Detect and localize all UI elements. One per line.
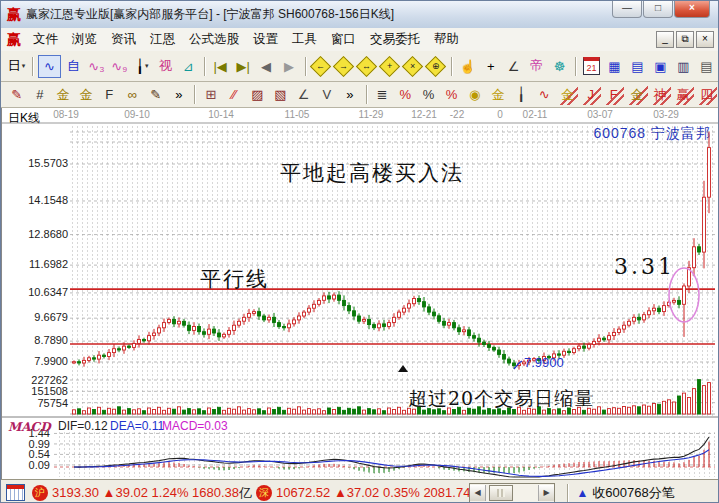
compress-diamond-icon[interactable]: × (402, 56, 423, 77)
price-axis-label: 8.7890 (4, 334, 68, 346)
zoom-window-tool-icon[interactable]: ∿ (38, 55, 61, 78)
toolbar-separator (366, 85, 367, 104)
close-button[interactable]: × (674, 1, 710, 18)
zoom-in-diamond-icon[interactable]: + (379, 56, 400, 77)
jump-last-button-icon[interactable]: ▶| (233, 56, 254, 77)
percent-tool-icon[interactable]: % (418, 84, 439, 105)
tick-data-label[interactable]: 收600768分笔 (592, 484, 674, 502)
more-tools-2-icon[interactable]: » (339, 84, 360, 105)
gann-fan-tool-icon[interactable]: ∕∕ (224, 84, 245, 105)
calendar-status-icon[interactable] (6, 484, 25, 501)
spiral-tool-icon[interactable]: ∞ (122, 84, 143, 105)
annotation-low-price: 7.9900 (524, 355, 564, 370)
golden-section-v-tool-icon[interactable]: 金 (76, 84, 97, 105)
diamond-shape: ⊕ (425, 55, 446, 76)
macd-macd-value: MACD=0.03 (162, 419, 228, 433)
candle-style-selector-icon[interactable]: ╽▾ (132, 56, 153, 77)
square-of-nine-tool-icon[interactable]: ☸ (549, 56, 570, 77)
shenzhen-market-icon[interactable]: 深 (256, 485, 272, 501)
angle-measure-tool-icon[interactable]: ∠ (503, 56, 524, 77)
diamond-shape: + (379, 55, 400, 76)
price-axis-label: 12.8680 (4, 228, 68, 240)
annotation-date-mark: 3.31 (614, 254, 675, 279)
mdi-minimize-button[interactable]: _ (656, 31, 674, 48)
angle-j-tool-icon[interactable]: J (580, 84, 601, 105)
zigzag-tool-icon[interactable]: V (316, 84, 337, 105)
step-back-button-icon[interactable]: ◀ (256, 56, 277, 77)
percent-lines-tool-icon[interactable]: % (441, 84, 462, 105)
diamond-shape: → (333, 55, 354, 76)
expand-horizontal-diamond-icon[interactable]: ↔ (356, 56, 377, 77)
shift-right-diamond-icon[interactable]: → (333, 56, 354, 77)
gann-grid-tool-icon[interactable]: # (29, 84, 50, 105)
more-tools-1-icon[interactable]: » (168, 84, 189, 105)
calendar-shape: 21 (583, 57, 600, 75)
draw-line-tool-icon[interactable]: ✎ (145, 84, 166, 105)
period-day-selector-icon[interactable]: 日▾ (6, 56, 27, 77)
minimize-button[interactable]: — (612, 1, 642, 18)
candle-mark-tool-icon[interactable]: ╽ (511, 84, 532, 105)
fan-box-tool-1-icon[interactable]: ▨ (247, 84, 268, 105)
menu-item-gann[interactable]: 江恩 (143, 30, 182, 48)
scroll-left-arrow[interactable]: ◀ (470, 485, 486, 501)
minute-chart-3-icon[interactable]: ∿₃ (86, 56, 107, 77)
mdi-restore-button[interactable]: ⧉ (676, 31, 694, 48)
menu-item-settings[interactable]: 设置 (246, 30, 285, 48)
scrollbar-thumb[interactable] (489, 485, 513, 501)
stock-info-f10-icon[interactable]: 自 (63, 56, 84, 77)
expand-all-diamond-icon[interactable]: ⊕ (425, 56, 446, 77)
menu-item-help[interactable]: 帮助 (427, 30, 466, 48)
menu-item-window[interactable]: 窗口 (324, 30, 363, 48)
tick-chart-icon[interactable]: ▲ (576, 486, 588, 500)
application-window: { "window": { "logo": "赢", "title": "赢家江… (0, 0, 719, 503)
angle-gold-tool-icon[interactable]: 金 (626, 84, 647, 105)
menu-item-news[interactable]: 资讯 (104, 30, 143, 48)
scroll-right-arrow[interactable]: ▶ (538, 485, 554, 501)
mdi-close-button[interactable]: × (696, 31, 714, 48)
step-forward-button-icon[interactable]: ▶ (279, 56, 300, 77)
minute-chart-9-icon[interactable]: ∿₉ (109, 56, 130, 77)
gold-lines-tool-icon[interactable]: 金 (487, 84, 508, 105)
shift-left-diamond-icon[interactable]: ← (310, 56, 331, 77)
fibonacci-tool-icon[interactable]: F (99, 84, 120, 105)
price-ladder-tool-icon[interactable]: ≣ (372, 84, 393, 105)
menu-item-trade-entrust[interactable]: 交易委托 (363, 30, 427, 48)
calculator-tool-icon[interactable]: ▦ (604, 56, 625, 77)
maximize-button[interactable]: □ (643, 1, 673, 18)
app-logo-icon: 赢 (7, 6, 21, 24)
angle-ying-tool-icon[interactable]: 赢 (673, 84, 694, 105)
draw-brush-tool-icon[interactable]: ✎ (6, 84, 27, 105)
save-tool-icon[interactable]: ▣ (650, 56, 671, 77)
crosshair-tool-icon[interactable]: + (480, 56, 501, 77)
percent-retrace-tool-icon[interactable]: % (395, 84, 416, 105)
wave-tool-icon[interactable]: ∿ (534, 84, 555, 105)
angle-shen-tool-icon[interactable]: 神 (650, 84, 671, 105)
chart-pane[interactable]: 日K线 600768 宁波富邦 08-1909-1010-1411-0511-2… (1, 108, 719, 479)
menu-item-formula-stock-pick[interactable]: 公式选股 (182, 30, 246, 48)
menu-item-browse[interactable]: 浏览 (65, 30, 104, 48)
toolbar-row-1: 日▾∿自∿₃∿₉╽▾视⊿|◀▶|◀▶←→↔+×⊕☝+∠帝☸21▦▤▣▥▤ (1, 51, 718, 82)
gold-circle-tool-icon[interactable]: ◉ (464, 84, 485, 105)
market-report-tool-icon[interactable]: 视 (155, 56, 176, 77)
golden-section-h-tool-icon[interactable]: 金 (52, 84, 73, 105)
pan-hand-tool-icon[interactable]: ☝ (457, 56, 478, 77)
gann-wheel-tool-icon[interactable]: 帝 (526, 56, 547, 77)
signal-flag-tool-icon[interactable]: ⊿ (178, 56, 199, 77)
notebook-tool-icon[interactable]: ▤ (627, 56, 648, 77)
angle-f-tool-icon[interactable]: F (603, 84, 624, 105)
trend-angle-tool-icon[interactable]: ∠ (293, 84, 314, 105)
jump-first-button-icon[interactable]: |◀ (210, 56, 231, 77)
fan-box-tool-2-icon[interactable]: ▧ (270, 84, 291, 105)
export-tool-icon[interactable]: ▥ (673, 56, 694, 77)
print-tool-icon[interactable]: ▤ (696, 56, 717, 77)
angle-si-tool-icon[interactable]: 四 (696, 84, 717, 105)
gold-fan-tool-icon[interactable]: 金 (557, 84, 578, 105)
calendar-tool-icon[interactable]: 21 (581, 56, 602, 77)
price-box-tool-icon[interactable]: ⊞ (200, 84, 221, 105)
horizontal-scrollbar[interactable]: ◀ ▶ (469, 483, 555, 503)
shanghai-market-icon[interactable]: 沪 (32, 485, 48, 501)
menu-item-file[interactable]: 文件 (26, 30, 65, 48)
menu-item-tools[interactable]: 工具 (285, 30, 324, 48)
macd-pane-label: MACD (8, 420, 51, 434)
annotation-volume-note: 超过20个交易日缩量 (408, 386, 594, 412)
